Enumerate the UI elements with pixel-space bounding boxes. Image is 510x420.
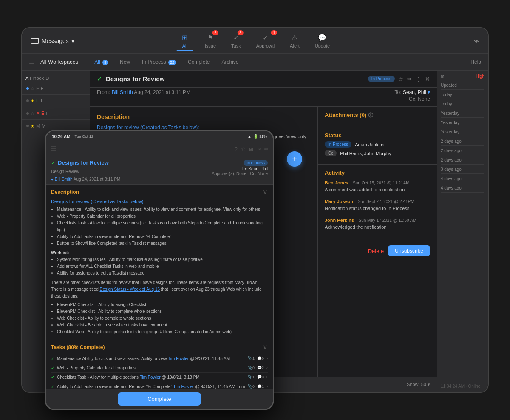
attach-icon: 📎1 bbox=[248, 356, 255, 360]
tab-alert[interactable]: ⚠ Alert bbox=[286, 31, 303, 50]
tab-issue[interactable]: ⚑ Issue 5 bbox=[201, 31, 219, 50]
delete-button[interactable]: Delete bbox=[368, 248, 384, 254]
detail-meta: From: Bill Smith Aug 24, 2021 at 3:11 PM… bbox=[90, 88, 437, 107]
ipad-complete-button[interactable]: Complete bbox=[118, 392, 201, 406]
list-item[interactable]: ☆ ✕ E E bbox=[22, 107, 90, 120]
ipad-edit-icon[interactable]: ✏ bbox=[264, 146, 269, 152]
menu-icon[interactable]: ☰ bbox=[29, 59, 34, 65]
filter-all[interactable]: All 9 bbox=[89, 58, 113, 66]
ipad-worklist-heading: Worklist: bbox=[51, 250, 268, 256]
all-icon: ⊞ bbox=[180, 33, 190, 42]
ipad-msg-header: ✓ Designs for Review In Process Design R… bbox=[46, 156, 273, 185]
workspace-nav: ☰ All Workspaces All 9 New In Process 22… bbox=[22, 54, 488, 71]
tab-update[interactable]: 💬 Update bbox=[312, 31, 333, 50]
status-row-2: Cc Phil Harris, John Murphy bbox=[325, 150, 430, 156]
detail-header: ✓ Designs for Review In Process ☆ ✏ ⋮ ✕ bbox=[90, 71, 437, 88]
ipad-check-icon: ✓ bbox=[51, 160, 55, 166]
ts-11: 4 days ago bbox=[441, 184, 484, 193]
ts-6: 2 days ago bbox=[441, 137, 484, 146]
list-item[interactable]: ☆ F F bbox=[22, 82, 90, 95]
star-icon[interactable]: ★ bbox=[31, 99, 34, 103]
more-action[interactable]: ⋮ bbox=[416, 76, 422, 82]
ipad-tasks-header[interactable]: Tasks (80% Complete) ∨ bbox=[46, 340, 273, 354]
ipad-star-icon[interactable]: ☆ bbox=[241, 146, 246, 152]
check-icon: ✓ bbox=[97, 75, 102, 83]
ts-9: 3 days ago bbox=[441, 165, 484, 174]
alert-icon: ⚠ bbox=[290, 33, 299, 42]
detail-title: Designs for Review bbox=[106, 75, 365, 82]
ipad-task-3[interactable]: ✓ Checklists Task - Allow for multiple s… bbox=[51, 373, 268, 382]
ipad-grid-icon[interactable]: ⊞ bbox=[249, 146, 253, 152]
task-check-4: ✓ bbox=[51, 384, 54, 389]
status-badge: In Process bbox=[368, 76, 395, 82]
unsubscribe-button[interactable]: Unsubscribe bbox=[388, 245, 430, 256]
ipad-date: Tue Oct 12 bbox=[75, 134, 94, 139]
tab-update-label: Update bbox=[315, 43, 330, 48]
filter-tabs: All 9 New In Process 22 Complete Archive bbox=[89, 58, 466, 66]
tab-all-label: All bbox=[182, 43, 187, 48]
ipad-task-2[interactable]: ✓ Web - Property Calendar for all proper… bbox=[51, 363, 268, 373]
messages-label: Messages bbox=[42, 37, 69, 44]
sf-inbox[interactable]: Inbox bbox=[32, 76, 44, 81]
filter-inprocess[interactable]: In Process 22 bbox=[137, 58, 181, 66]
tab-issue-label: Issue bbox=[205, 43, 216, 48]
action-buttons: Delete Unsubscribe bbox=[318, 240, 437, 261]
edit-action[interactable]: ✏ bbox=[407, 76, 412, 82]
status-title: Status bbox=[325, 132, 430, 139]
ts-8: 2 days ago bbox=[441, 156, 484, 165]
ipad-share-icon[interactable]: ⇗ bbox=[257, 146, 261, 152]
ipad-time: 10:26 AM bbox=[52, 134, 71, 139]
ipad-task-4[interactable]: ✓ Ability to Add Tasks in view mode and … bbox=[51, 382, 268, 389]
sf-all[interactable]: All bbox=[26, 76, 31, 81]
ipad-sidebar-toggle[interactable]: ☰ bbox=[50, 145, 56, 153]
ts-1: Today bbox=[441, 91, 484, 99]
star-icon[interactable]: ★ bbox=[31, 124, 34, 128]
messages-button[interactable]: Messages ▾ bbox=[31, 37, 74, 44]
info-icon: ⓘ bbox=[368, 112, 373, 118]
ts-3: Yesterday bbox=[441, 109, 484, 118]
ipad-msg-title: Designs for Review bbox=[58, 159, 241, 166]
ts-4: Yesterday bbox=[441, 119, 484, 127]
filter-new[interactable]: New bbox=[115, 58, 135, 66]
msg-type-icon: F bbox=[36, 86, 39, 91]
status-person-1: Adam Jenkins bbox=[355, 142, 384, 147]
sf-other[interactable]: D bbox=[45, 76, 49, 81]
star-icon[interactable]: ☆ bbox=[31, 111, 34, 116]
tab-task-label: Task bbox=[231, 43, 241, 48]
tab-task[interactable]: ✓ Task 3 bbox=[228, 31, 244, 50]
cc-tag: Cc bbox=[325, 150, 337, 156]
filter-archive[interactable]: Archive bbox=[216, 58, 244, 66]
add-button[interactable]: + bbox=[287, 151, 302, 167]
tab-all[interactable]: ⊞ All bbox=[177, 31, 193, 50]
ipad-desc-header[interactable]: Description ∨ bbox=[46, 185, 273, 199]
tab-approval-label: Approval bbox=[256, 43, 275, 48]
workspace-title[interactable]: All Workspaces bbox=[40, 59, 78, 65]
ipad-task-1[interactable]: ✓ Maintenance Ability to click and view … bbox=[51, 354, 268, 363]
tab-alert-label: Alert bbox=[290, 43, 300, 48]
close-action[interactable]: ✕ bbox=[425, 76, 430, 82]
star-action[interactable]: ☆ bbox=[398, 76, 404, 82]
wifi-icon: ▲ bbox=[248, 134, 252, 139]
nav-tabs: ⊞ All ⚑ Issue 5 ✓ Task 3 bbox=[177, 31, 333, 50]
show-control[interactable]: Show: 50 ▾ bbox=[407, 382, 430, 387]
ipad-desc-text: Maintenance - Ability to click and view … bbox=[51, 206, 268, 335]
ts-7: 2 days ago bbox=[441, 147, 484, 155]
task-badge: 3 bbox=[238, 30, 244, 35]
to-label: To: Sean, Phil ▾ bbox=[395, 89, 430, 95]
status-info: 11:34:24 AM · Online bbox=[441, 380, 484, 389]
star-icon[interactable]: ☆ bbox=[31, 86, 34, 91]
ipad-status-badge: In Process bbox=[244, 160, 268, 166]
list-item[interactable]: ★ E E bbox=[22, 95, 90, 107]
tab-approval[interactable]: ✓ Approval 1 bbox=[253, 31, 278, 50]
ipad-desc-subheading: Designs for review (Created as Tasks bel… bbox=[51, 199, 268, 204]
ipad-help-icon[interactable]: ? bbox=[235, 146, 238, 152]
brand-logo: ⌁ bbox=[473, 35, 479, 47]
ipad-tasks-section: Tasks (80% Complete) ∨ ✓ Maintenance Abi… bbox=[46, 340, 273, 389]
filter-complete[interactable]: Complete bbox=[183, 58, 215, 66]
sender-name: Bill Smith bbox=[112, 89, 133, 95]
help-button[interactable]: Help bbox=[470, 59, 481, 65]
ipad-scroll-content[interactable]: Description ∨ Designs for review (Create… bbox=[46, 185, 273, 389]
header-actions: ☆ ✏ ⋮ ✕ bbox=[398, 76, 430, 82]
task-check-2: ✓ bbox=[51, 366, 54, 370]
tasks-collapse-icon: ∨ bbox=[263, 343, 268, 351]
